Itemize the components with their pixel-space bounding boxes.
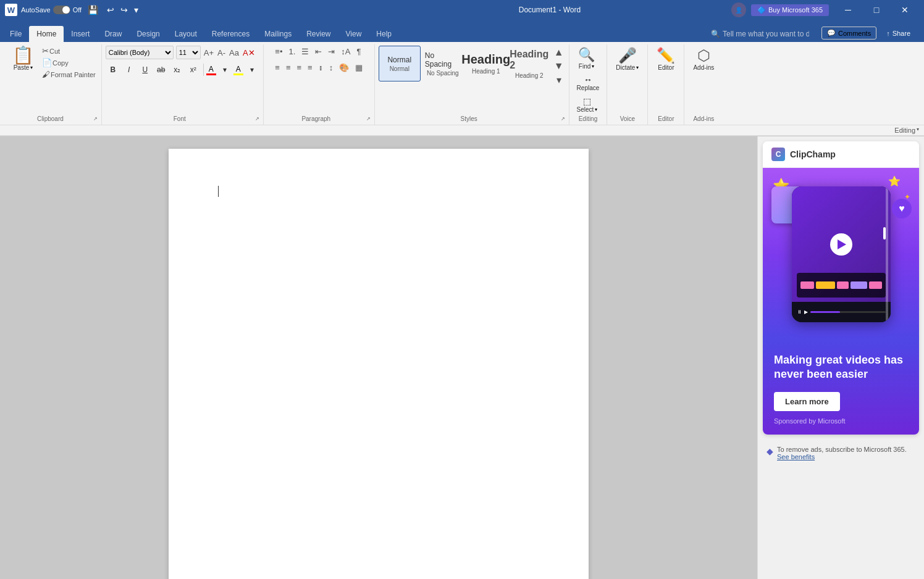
maximize-button[interactable]: □ <box>862 0 891 20</box>
styles-expand[interactable]: ▾ <box>553 73 565 87</box>
editing-status: Editing <box>894 127 915 134</box>
header-actions: 💬 Comments ↑ Share <box>817 24 922 42</box>
tab-layout[interactable]: Layout <box>167 26 204 42</box>
borders-button[interactable]: ▦ <box>353 62 365 73</box>
find-button[interactable]: 🔍 Find ▾ <box>573 46 600 71</box>
autosave-area: AutoSave Off <box>21 6 82 14</box>
text-color-button[interactable]: A <box>206 65 216 75</box>
highlight-color-button[interactable]: A <box>233 65 243 75</box>
increase-indent-button[interactable]: ⇥ <box>326 46 337 57</box>
progress-bar <box>810 311 886 313</box>
tab-mailings[interactable]: Mailings <box>257 26 299 42</box>
superscript-button[interactable]: x² <box>186 64 201 75</box>
columns-button[interactable]: ⫾ <box>316 62 326 73</box>
styles-scroll: Normal Normal No Spacing No Spacing Head… <box>379 46 550 81</box>
align-center-button[interactable]: ≡ <box>284 62 293 73</box>
decrease-indent-button[interactable]: ⇤ <box>313 46 324 57</box>
see-benefits-link[interactable]: See benefits <box>777 453 815 460</box>
editor-button[interactable]: ✏️ Editor <box>652 46 680 72</box>
cut-button[interactable]: ✂ Cut <box>40 46 98 56</box>
font-expand[interactable]: ↗ <box>255 116 259 122</box>
paste-button[interactable]: 📋 Paste ▾ <box>9 46 38 72</box>
text-color-dropdown[interactable]: ▾ <box>217 64 232 75</box>
customize-button[interactable]: ▾ <box>132 4 141 16</box>
tab-insert[interactable]: Insert <box>64 26 97 42</box>
replace-button[interactable]: ↔ Replace <box>573 73 603 93</box>
font-row-1: Calibri (Body) 11 A+ A- Aa A✕ <box>106 46 256 59</box>
main-area: C ClipChamp ⭐ ⭐ ✦ ✦ <box>0 136 924 579</box>
multilevel-button[interactable]: ☰ <box>299 46 311 57</box>
clipchamp-header: C ClipChamp <box>763 141 919 168</box>
line-spacing-button[interactable]: ↕ <box>327 62 336 73</box>
styles-expand-btn[interactable]: ↗ <box>561 116 565 122</box>
word-logo: W <box>5 4 17 16</box>
underline-button[interactable]: U <box>138 64 153 75</box>
styles-scroll-down[interactable]: ▼ <box>553 59 565 73</box>
play-button[interactable] <box>830 233 852 256</box>
show-formatting-button[interactable]: ¶ <box>354 46 363 57</box>
style-normal[interactable]: Normal Normal <box>379 46 421 81</box>
dictate-button[interactable]: 🎤 Dictate ▾ <box>611 46 644 72</box>
addins-button[interactable]: ⬡ Add-ins <box>688 46 719 72</box>
style-heading2[interactable]: Heading 2 Heading 2 <box>508 46 550 81</box>
tab-design[interactable]: Design <box>129 26 167 42</box>
search-input[interactable] <box>723 30 809 38</box>
change-case-button[interactable]: Aa <box>229 48 240 58</box>
font-size-select[interactable]: 11 <box>176 46 201 59</box>
copy-button[interactable]: 📄 Copy <box>40 57 98 68</box>
share-button[interactable]: ↑ Share <box>880 28 917 39</box>
paste-dropdown-arrow[interactable]: ▾ <box>30 65 33 70</box>
side-panel: C ClipChamp ⭐ ⭐ ✦ ✦ <box>757 136 924 579</box>
style-no-spacing[interactable]: No Spacing No Spacing <box>422 46 464 81</box>
title-bar: W AutoSave Off 💾 ↩ ↪ ▾ Document1 - Word … <box>0 0 924 20</box>
save-button[interactable]: 💾 <box>85 4 101 16</box>
subscript-button[interactable]: x₂ <box>170 64 185 75</box>
undo-button[interactable]: ↩ <box>104 4 117 16</box>
phone-controls: ⏸ ▶ <box>792 302 891 322</box>
editing-dropdown[interactable]: ▾ <box>917 127 919 134</box>
align-right-button[interactable]: ≡ <box>295 62 304 73</box>
tab-help[interactable]: Help <box>369 26 399 42</box>
sort-button[interactable]: ↕A <box>338 46 353 57</box>
highlight-dropdown[interactable]: ▾ <box>245 64 259 75</box>
style-heading1[interactable]: Heading Heading 1 <box>465 46 507 81</box>
document-page[interactable] <box>169 149 589 579</box>
redo-button[interactable]: ↪ <box>118 4 130 16</box>
tab-references[interactable]: References <box>204 26 257 42</box>
close-button[interactable]: ✕ <box>891 0 919 20</box>
strikethrough-button[interactable]: ab <box>154 64 169 75</box>
comments-button[interactable]: 💬 Comments <box>821 27 876 40</box>
shading-button[interactable]: 🎨 <box>337 62 351 73</box>
tab-draw[interactable]: Draw <box>97 26 129 42</box>
font-size-increase-button[interactable]: A+ <box>203 48 214 58</box>
document-area[interactable] <box>0 136 757 579</box>
clear-formatting-button[interactable]: A✕ <box>242 48 256 58</box>
font-group: Calibri (Body) 11 A+ A- Aa A✕ B I U ab x… <box>102 44 264 125</box>
progress-fill <box>810 311 841 313</box>
numbering-button[interactable]: 1. <box>286 46 298 57</box>
autosave-toggle[interactable] <box>53 6 70 14</box>
minimize-button[interactable]: ─ <box>834 0 862 20</box>
clipchamp-content: Making great videos has never been easie… <box>763 341 919 435</box>
clipboard-expand[interactable]: ↗ <box>93 116 98 122</box>
search-tab[interactable]: 🔍 <box>704 26 817 42</box>
font-separator <box>203 64 204 76</box>
select-button[interactable]: ⬚ Select ▾ <box>573 95 602 114</box>
learn-more-button[interactable]: Learn more <box>774 392 840 411</box>
font-family-select[interactable]: Calibri (Body) <box>106 46 174 59</box>
bullets-button[interactable]: ≡• <box>272 46 285 57</box>
buy-microsoft-button[interactable]: 🔷 Buy Microsoft 365 <box>751 4 829 16</box>
tab-home[interactable]: Home <box>29 26 64 42</box>
font-size-decrease-button[interactable]: A- <box>217 48 226 58</box>
justify-button[interactable]: ≡ <box>305 62 315 73</box>
bold-button[interactable]: B <box>106 64 120 75</box>
align-left-button[interactable]: ≡ <box>272 62 282 73</box>
paragraph-expand[interactable]: ↗ <box>366 116 371 122</box>
styles-scroll-up[interactable]: ▲ <box>553 46 565 59</box>
user-avatar[interactable]: 👤 <box>731 2 746 17</box>
tab-review[interactable]: Review <box>299 26 338 42</box>
tab-view[interactable]: View <box>338 26 369 42</box>
tab-file[interactable]: File <box>2 26 29 42</box>
format-painter-button[interactable]: 🖌 Format Painter <box>40 69 98 80</box>
italic-button[interactable]: I <box>122 64 136 75</box>
